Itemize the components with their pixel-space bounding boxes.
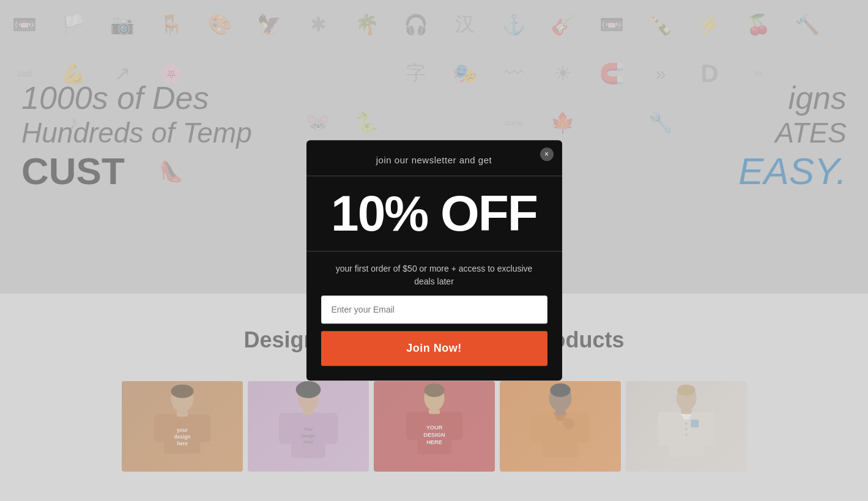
modal-body: Join Now!	[306, 295, 562, 380]
email-input[interactable]	[321, 295, 547, 324]
discount-text: 10% OFF	[331, 185, 537, 241]
modal-header: join our newsletter and get ×	[306, 140, 562, 176]
join-now-button[interactable]: Join Now!	[321, 331, 547, 366]
modal-close-button[interactable]: ×	[540, 147, 554, 161]
newsletter-modal: join our newsletter and get × 10% OFF yo…	[306, 140, 562, 380]
modal-subtitle: join our newsletter and get	[376, 155, 492, 165]
modal-description: your first order of $50 or more + access…	[306, 251, 562, 295]
modal-discount-area: 10% OFF	[306, 176, 562, 251]
